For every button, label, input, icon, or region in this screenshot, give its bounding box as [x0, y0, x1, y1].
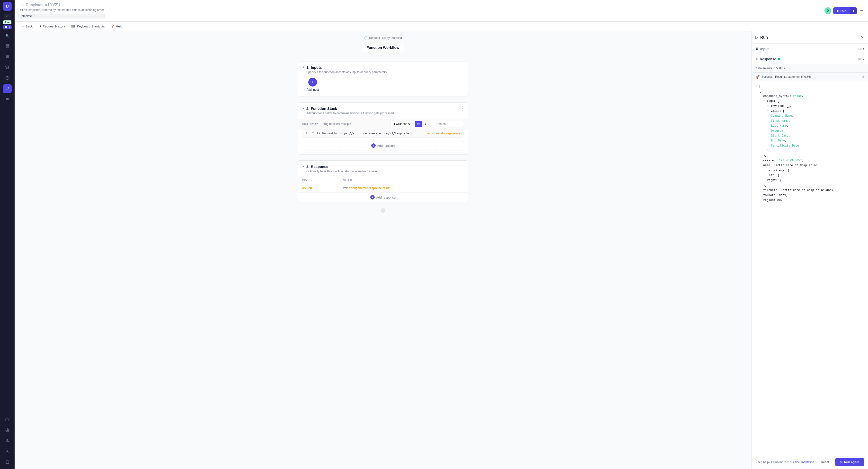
collapse-all-button[interactable]: ⊟ Collapse All: [390, 121, 413, 127]
json-tags: ▾ tags: {: [755, 99, 864, 103]
page-title: List Templates #199551: [19, 3, 104, 7]
sidebar-item-list[interactable]: [3, 52, 12, 61]
add-input-button[interactable]: + Add input: [303, 78, 322, 91]
input-section-header[interactable]: 🖥 Input ⧉ ▾: [751, 44, 868, 54]
response-collapse-button[interactable]: ▾: [303, 165, 304, 168]
help-icon: ❓: [111, 25, 115, 28]
shift-key: Shift: [309, 122, 319, 126]
rocket-icon: 🚀: [755, 75, 760, 79]
inputs-section: ▾ 1. Inputs Specify if this function acc…: [298, 61, 468, 97]
run-again-button[interactable]: ▷ Run again: [835, 458, 864, 466]
header-description: List all templates, ordered by the creat…: [19, 8, 104, 12]
success-text: Success - Result (1 statement in 0.56s): [762, 75, 812, 78]
workflow-area: 🕐 Request History Disabled Function Work…: [14, 31, 751, 469]
sidebar-item-grid[interactable]: [3, 41, 12, 50]
back-label: Back: [26, 25, 33, 28]
inputs-collapse-button[interactable]: ▾: [303, 65, 304, 69]
response-title: 3. Response: [306, 165, 377, 169]
region-key: region: [763, 199, 774, 202]
collapse-tags-icon[interactable]: ▾: [763, 99, 767, 103]
chevron-up-icon[interactable]: ▴: [863, 57, 864, 61]
documentation-link[interactable]: documentation: [795, 461, 814, 464]
back-button[interactable]: ← Back: [19, 23, 35, 30]
function-stack-title: 2. Function Stack: [306, 106, 460, 110]
history-icon: ↺: [38, 25, 41, 28]
run-again-play-icon: ▷: [840, 460, 842, 464]
collapse-valid-icon[interactable]: ▾: [767, 109, 771, 113]
avatar[interactable]: D: [3, 2, 12, 11]
title-id: #199551: [45, 3, 60, 7]
grid-view-button[interactable]: ▤: [415, 121, 422, 127]
chevron-down-icon[interactable]: ▾: [863, 47, 864, 51]
api-url: https://api.docugenerate.com/v1/template: [339, 132, 409, 135]
collapse-invalid-icon[interactable]: ▾: [767, 104, 771, 108]
help-button[interactable]: ❓ Help: [108, 23, 125, 30]
json-valid-close: ]: [755, 148, 864, 153]
sidebar-item-download[interactable]: [3, 447, 12, 456]
version-badge[interactable]: v1: [4, 13, 11, 19]
stats-bar: 2 statements in 560ms: [751, 64, 868, 73]
ellipsis-icon: •••: [860, 9, 863, 13]
sidebar-item-layers[interactable]: [3, 63, 12, 72]
svg-point-13: [6, 439, 8, 441]
drag-hint: + drag to select multiple: [320, 122, 351, 126]
reset-button[interactable]: Reset: [817, 458, 833, 466]
json-enhanced-syntax: enhanced_syntax: false,: [755, 94, 864, 99]
view-toggle: ▤ ≡: [415, 121, 428, 127]
keyboard-shortcuts-button[interactable]: ⌨ Keyboard Shortcuts: [68, 23, 107, 30]
valid-key: valid: [771, 109, 779, 113]
history-banner-text: Request History Disabled: [369, 36, 402, 40]
sidebar-item-history[interactable]: [3, 74, 12, 82]
keyboard-shortcuts-label: Keyboard Shortcuts: [77, 25, 104, 28]
json-line: ▾ [: [755, 84, 864, 89]
user-avatar: D: [825, 7, 831, 14]
sidebar-item-settings[interactable]: [3, 426, 12, 435]
sidebar-item-fx[interactable]: [3, 95, 12, 104]
comment-count: 1: [9, 26, 10, 29]
sidebar-item-function[interactable]: [3, 84, 12, 93]
version-label: v1: [6, 14, 9, 18]
json-brace-open: {: [759, 90, 761, 93]
table-row: As Self var: docugenerate.response.resul…: [298, 184, 468, 193]
drag-handle[interactable]: [462, 106, 463, 111]
response-value-prefix: var:: [343, 187, 349, 190]
row-number: 1: [306, 132, 310, 135]
function-stack-desc: Add functions below to determine how you…: [306, 111, 460, 115]
copy-result-icon[interactable]: ⧉: [862, 75, 864, 79]
copy-icon[interactable]: ⧉: [858, 57, 861, 61]
api-label: API Request To: [316, 132, 337, 135]
keyboard-icon: ⌨: [71, 25, 75, 28]
more-options-button[interactable]: •••: [859, 8, 864, 13]
run-dropdown-button[interactable]: ▾: [850, 7, 857, 14]
search-icon: 🔍: [5, 34, 9, 38]
search-button[interactable]: 🔍: [3, 31, 12, 40]
sidebar-item-megaphone[interactable]: [3, 415, 12, 424]
copy-icon[interactable]: ⧉: [858, 47, 861, 51]
sidebar-item-sidebar[interactable]: [3, 458, 12, 467]
json-filename: filename: Certificate of Completion.docx…: [755, 188, 864, 193]
list-view-button[interactable]: ≡: [422, 121, 428, 127]
collapse-delimiters-icon[interactable]: ▾: [763, 169, 767, 172]
nav-bar: ← Back ↺ Request History ⌨ Keyboard Shor…: [14, 22, 868, 31]
response-title-text: Response: [760, 57, 776, 61]
sidebar-item-user[interactable]: [3, 436, 12, 445]
panel-close-button[interactable]: ✕: [861, 35, 864, 40]
request-history-button[interactable]: ↺ Request History: [36, 23, 67, 30]
panel-footer: Need help? Learn more in our documentati…: [751, 455, 868, 469]
json-item-5: Start Date,: [771, 133, 864, 138]
comment-badge[interactable]: 💬 1: [3, 25, 12, 29]
hold-label: Hold: [302, 122, 308, 126]
add-response-button[interactable]: + Add response: [298, 193, 468, 202]
add-function-button[interactable]: + Add function: [302, 141, 464, 150]
clock-icon: 🕐: [364, 36, 368, 40]
function-stack-header: ▾ 2. Function Stack Add functions below …: [298, 103, 468, 119]
svg-rect-15: [6, 461, 9, 464]
json-viewer: ▾ [ { enhanced_syntax: false, ▾ tags: { …: [751, 81, 868, 455]
stack-actions: ⊟ Collapse All ▤ ≡ 🔍: [390, 121, 464, 127]
search-input[interactable]: [430, 121, 464, 127]
run-button[interactable]: ▶ Run: [833, 7, 850, 14]
function-stack-collapse-button[interactable]: ▾: [303, 106, 304, 110]
input-section-title: 🖥 Input: [755, 47, 769, 51]
stack-toolbar: Hold Shift + drag to select multiple ⊟ C…: [298, 119, 468, 129]
collapse-array-icon[interactable]: ▾: [755, 85, 759, 88]
